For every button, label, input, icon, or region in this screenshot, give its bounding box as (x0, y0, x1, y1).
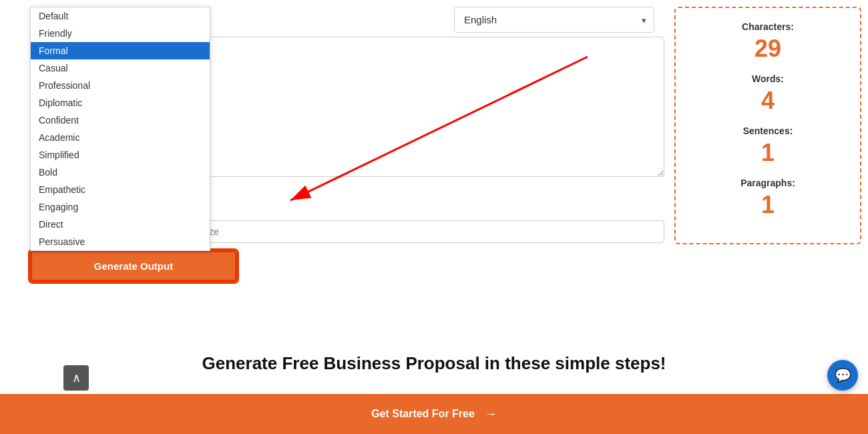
dropdown-item-persuasive[interactable]: Persuasive (31, 233, 210, 250)
dropdown-item-empathetic[interactable]: Empathetic (31, 181, 210, 198)
language-select-outer: English Spanish French German (454, 7, 654, 33)
word-size-input[interactable] (170, 220, 664, 243)
footer-arrow-icon: → (485, 407, 497, 421)
dropdown-item-confident[interactable]: Confident (31, 112, 210, 129)
dropdown-item-bold[interactable]: Bold (31, 164, 210, 181)
chat-icon: 💬 (835, 367, 851, 383)
dropdown-item-casual[interactable]: Casual (31, 59, 210, 77)
footer-cta-text: Get Started For Free (371, 408, 475, 420)
tone-dropdown-list[interactable]: Default Friendly Formal Casual Professio… (30, 7, 210, 251)
generate-output-button[interactable]: Generate Output (30, 250, 237, 282)
dropdown-item-academic[interactable]: Academic (31, 129, 210, 146)
dropdown-item-professional[interactable]: Professional (31, 77, 210, 94)
stats-panel: Characters: 29 Words: 4 Sentences: 1 Par… (674, 7, 861, 244)
dropdown-item-direct[interactable]: Direct (31, 216, 210, 233)
main-textarea[interactable] (194, 37, 664, 177)
dropdown-item-formal[interactable]: Formal (31, 42, 210, 59)
generate-button-container: Generate Output (30, 250, 237, 282)
sentences-label: Sentences: (686, 126, 850, 136)
dropdown-item-simplified[interactable]: Simplified (31, 146, 210, 164)
orange-footer: Get Started For Free → (0, 394, 868, 434)
characters-label: Characters: (686, 21, 850, 32)
paragraphs-label: Paragraphs: (686, 178, 850, 188)
language-select-container: English Spanish French German (454, 7, 654, 33)
scroll-up-button[interactable]: ∧ (63, 365, 89, 391)
dropdown-item-friendly[interactable]: Friendly (31, 25, 210, 42)
dropdown-item-diplomatic[interactable]: Diplomatic (31, 94, 210, 112)
section-title: Generate Free Business Proposal in these… (0, 353, 868, 374)
main-textarea-container (194, 37, 664, 177)
sentences-value: 1 (686, 139, 850, 167)
paragraphs-value: 1 (686, 191, 850, 219)
scroll-up-icon: ∧ (72, 371, 81, 385)
chat-button[interactable]: 💬 (827, 360, 858, 391)
language-select[interactable]: English Spanish French German (454, 7, 654, 33)
dropdown-item-engaging[interactable]: Engaging (31, 198, 210, 216)
dropdown-item-default[interactable]: Default (31, 7, 210, 25)
section-title-container: Generate Free Business Proposal in these… (0, 353, 868, 374)
characters-value: 29 (686, 35, 850, 63)
words-value: 4 (686, 87, 850, 115)
words-label: Words: (686, 73, 850, 84)
